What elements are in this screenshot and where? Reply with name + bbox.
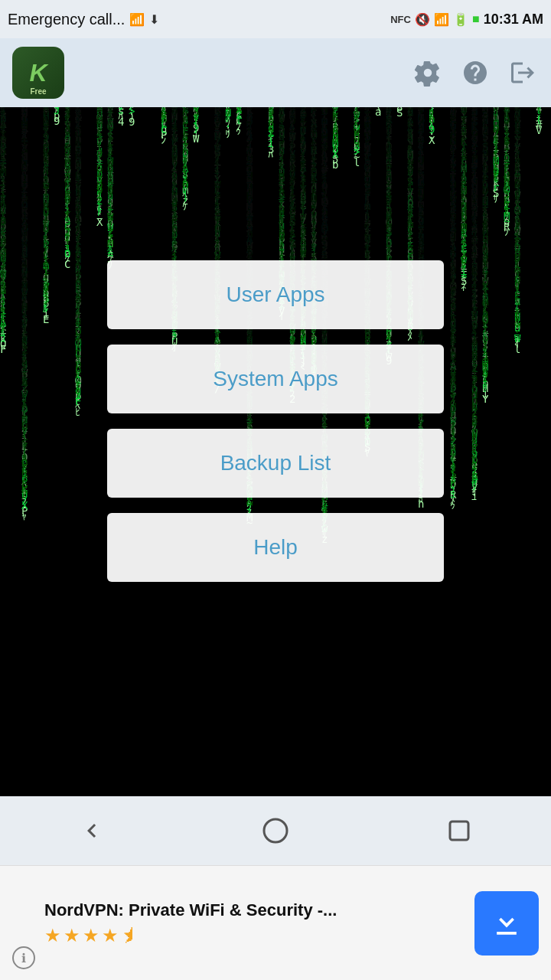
sim-icon: 📶 [129,12,145,27]
status-bar: Emergency call... 📶 ⬇ NFC 🔇 📶 🔋 ■ 10:31 … [0,0,551,38]
ad-content: NordVPN: Private WiFi & Security -... ★ … [44,900,465,946]
mute-icon: 🔇 [415,12,430,27]
back-icon [78,817,106,844]
help-main-label: Help [253,535,298,560]
status-bar-left: Emergency call... 📶 ⬇ [8,11,159,28]
main-content: User Apps System Apps Backup List Help [0,107,551,865]
app-bar-actions [412,57,539,89]
star-5: ⯨ [121,925,139,946]
svg-point-0 [264,819,287,842]
square-icon [445,817,473,844]
nav-bar [0,796,551,865]
ad-banner: ℹ NordVPN: Private WiFi & Security -... … [0,865,551,980]
question-icon [461,59,489,87]
buttons-container: User Apps System Apps Backup List Help [107,260,444,582]
app-logo: K Free [12,47,64,99]
status-bar-icons: NFC 🔇 📶 🔋 ■ 10:31 AM [390,11,543,28]
star-2: ★ [64,925,80,946]
recent-apps-button[interactable] [440,812,478,850]
status-time: 10:31 AM [484,11,543,28]
user-apps-label: User Apps [226,283,324,307]
logout-icon [509,59,536,87]
app-logo-letter: K [29,60,47,85]
help-main-button[interactable]: Help [107,513,444,582]
home-button[interactable] [256,812,295,850]
status-bar-title: Emergency call... [8,11,125,28]
ad-download-button[interactable] [474,891,539,956]
ad-title: NordVPN: Private WiFi & Security -... [44,900,465,920]
ad-info-icon[interactable]: ℹ [12,946,35,969]
logout-button[interactable] [507,57,539,89]
star-4: ★ [102,925,119,946]
wifi-icon: 📶 [434,12,449,27]
star-3: ★ [83,925,99,946]
ad-stars: ★ ★ ★ ★ ⯨ [44,925,465,946]
nfc-icon: NFC [390,14,411,25]
battery-icon: ■ [472,12,480,26]
home-circle-icon [262,817,289,844]
star-1: ★ [44,925,61,946]
app-logo-free: Free [12,87,64,96]
download-icon [490,906,523,940]
system-apps-label: System Apps [213,367,337,391]
svg-rect-1 [450,822,468,840]
app-bar: K Free [0,38,551,107]
user-apps-button[interactable]: User Apps [107,260,444,329]
back-button[interactable] [73,812,111,850]
battery-save-icon: 🔋 [453,12,468,27]
help-button[interactable] [459,57,491,89]
backup-list-button[interactable]: Backup List [107,429,444,498]
system-apps-button[interactable]: System Apps [107,345,444,413]
backup-list-label: Backup List [220,451,331,475]
settings-button[interactable] [412,57,444,89]
gear-icon [414,59,442,87]
download-icon: ⬇ [149,12,159,27]
